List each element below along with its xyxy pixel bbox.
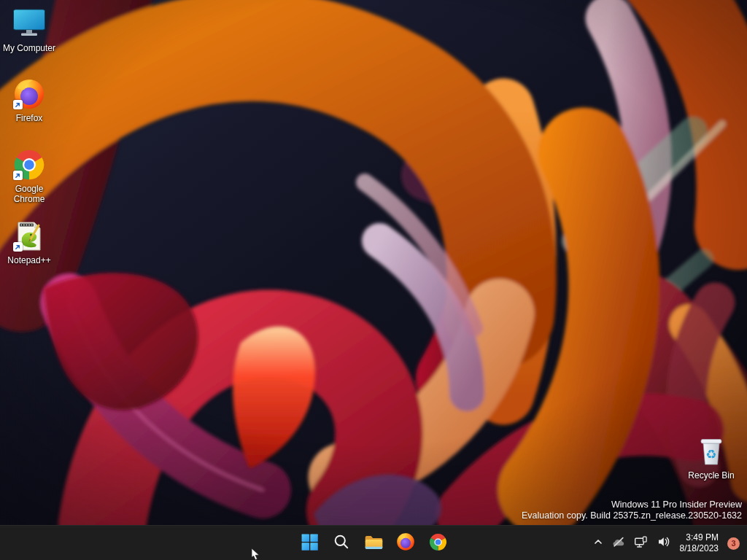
- svg-text:♻: ♻: [705, 447, 716, 462]
- tray-display-button[interactable]: [630, 529, 652, 558]
- display-connect-icon: [634, 536, 649, 551]
- notepadpp-icon: [12, 219, 46, 253]
- shortcut-arrow-icon: [13, 171, 23, 180]
- clock-time: 3:49 PM: [686, 532, 719, 543]
- folder-icon: [364, 534, 384, 553]
- watermark-line1: Windows 11 Pro Insider Preview: [522, 499, 742, 510]
- shortcut-arrow-icon: [13, 100, 23, 109]
- desktop-icon-label: Firefox: [16, 113, 43, 123]
- desktop-icon-firefox[interactable]: Firefox: [1, 77, 57, 123]
- firefox-icon: [396, 532, 415, 554]
- speaker-icon: [657, 536, 670, 551]
- firefox-icon: [12, 77, 46, 111]
- tray-network-button[interactable]: [608, 529, 629, 558]
- file-explorer-button[interactable]: [359, 529, 388, 558]
- windows-start-icon: [301, 533, 319, 554]
- taskbar-clock[interactable]: 3:49 PM 8/18/2023: [676, 532, 723, 554]
- taskbar-center-buttons: [295, 526, 452, 560]
- notification-count: 3: [731, 539, 735, 548]
- chrome-taskbar-button[interactable]: [423, 529, 452, 558]
- desktop-icon-notepadpp[interactable]: Notepad++: [1, 219, 57, 265]
- network-offline-icon: [612, 536, 625, 551]
- desktop-icon-label: Notepad++: [7, 255, 50, 265]
- evaluation-watermark: Windows 11 Pro Insider Preview Evaluatio…: [522, 499, 742, 521]
- tray-volume-button[interactable]: [654, 529, 674, 558]
- chrome-icon: [429, 533, 447, 554]
- desktop-icon-recycle-bin[interactable]: ♻ Recycle Bin: [684, 435, 739, 481]
- windows-desktop: { "desktop": { "icons": [ { "label": "My…: [0, 0, 747, 560]
- chrome-icon: [12, 148, 46, 182]
- clock-date: 8/18/2023: [680, 543, 719, 554]
- shortcut-arrow-icon: [13, 242, 23, 252]
- search-button[interactable]: [327, 529, 356, 558]
- start-button[interactable]: [295, 529, 324, 558]
- recycle-bin-icon: ♻: [694, 435, 728, 468]
- taskbar: 3:49 PM 8/18/2023 3: [0, 525, 747, 560]
- desktop-icon-my-computer[interactable]: My Computer: [1, 7, 57, 53]
- firefox-taskbar-button[interactable]: [391, 529, 420, 558]
- desktop-icon-google-chrome[interactable]: Google Chrome: [1, 148, 57, 204]
- search-icon: [333, 533, 350, 553]
- chevron-up-icon: [593, 537, 603, 550]
- tray-hidden-icons-button[interactable]: [589, 529, 607, 558]
- system-tray: 3:49 PM 8/18/2023 3: [589, 526, 744, 560]
- desktop-icon-label: Google Chrome: [1, 184, 57, 204]
- my-computer-icon: [12, 7, 46, 41]
- desktop-wallpaper: [0, 0, 747, 525]
- watermark-line2: Evaluation copy. Build 25375.zn_release.…: [522, 510, 742, 521]
- desktop-icon-label: Recycle Bin: [688, 470, 734, 481]
- desktop-icon-label: My Computer: [3, 43, 55, 53]
- notification-badge[interactable]: 3: [727, 537, 740, 550]
